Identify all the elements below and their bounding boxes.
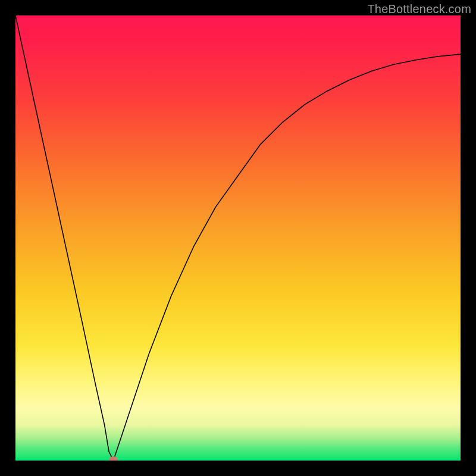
watermark-text: TheBottleneck.com xyxy=(367,2,471,16)
chart-frame: TheBottleneck.com xyxy=(0,0,476,476)
plot-area xyxy=(15,15,461,461)
curve-layer xyxy=(15,15,461,461)
bottleneck-curve xyxy=(15,15,461,461)
optimal-point-marker xyxy=(109,456,118,461)
